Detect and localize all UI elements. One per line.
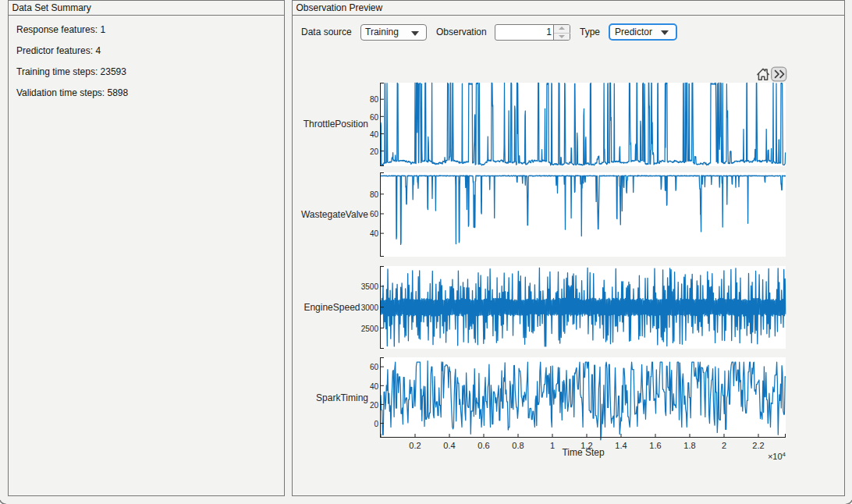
svg-text:20: 20 bbox=[370, 147, 379, 156]
svg-text:3500: 3500 bbox=[361, 282, 379, 291]
svg-text:1.4: 1.4 bbox=[615, 441, 627, 450]
svg-text:40: 40 bbox=[370, 229, 379, 238]
svg-text:0: 0 bbox=[374, 420, 378, 428]
svg-text:2: 2 bbox=[722, 441, 726, 450]
svg-text:WastegateValve: WastegateValve bbox=[301, 209, 368, 220]
svg-text:EngineSpeed: EngineSpeed bbox=[304, 302, 360, 313]
svg-text:Time Step: Time Step bbox=[562, 447, 605, 458]
svg-text:0.4: 0.4 bbox=[443, 441, 455, 450]
svg-text:60: 60 bbox=[370, 113, 379, 122]
svg-text:3000: 3000 bbox=[361, 303, 379, 312]
svg-text:0.6: 0.6 bbox=[477, 441, 489, 450]
svg-text:2.2: 2.2 bbox=[752, 441, 764, 450]
svg-text:1.6: 1.6 bbox=[649, 441, 661, 450]
svg-text:80: 80 bbox=[370, 95, 379, 104]
svg-text:1.8: 1.8 bbox=[683, 441, 695, 450]
svg-text:40: 40 bbox=[370, 382, 379, 391]
svg-text:0.2: 0.2 bbox=[409, 441, 421, 450]
svg-text:80: 80 bbox=[370, 190, 379, 199]
svg-text:SparkTiming: SparkTiming bbox=[316, 392, 368, 403]
svg-text:1: 1 bbox=[550, 441, 555, 450]
svg-text:40: 40 bbox=[370, 130, 379, 139]
svg-text:×104: ×104 bbox=[768, 451, 786, 461]
svg-text:20: 20 bbox=[370, 401, 379, 410]
svg-text:2500: 2500 bbox=[361, 325, 379, 333]
svg-text:0.8: 0.8 bbox=[512, 441, 524, 450]
svg-text:60: 60 bbox=[370, 210, 379, 218]
svg-text:60: 60 bbox=[370, 363, 379, 371]
svg-text:ThrottlePosition: ThrottlePosition bbox=[304, 119, 368, 130]
